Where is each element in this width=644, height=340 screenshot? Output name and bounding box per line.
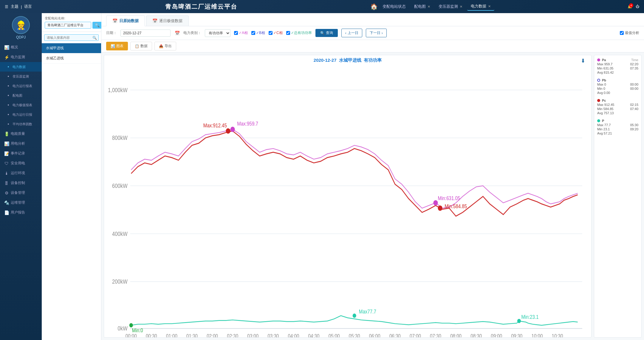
legend-pb-min: Min 0 00:00 — [597, 87, 638, 90]
sidebar-item-overview[interactable]: 📊 概况 — [0, 42, 42, 52]
sidebar-item-power-quality[interactable]: 🔋 电能质量 — [0, 129, 42, 139]
data-view-button[interactable]: 📋 数据 — [130, 42, 152, 50]
svg-text:10:30: 10:30 — [552, 333, 563, 338]
extremes-icon: • — [6, 103, 11, 107]
svg-text:02:30: 02:30 — [227, 333, 238, 338]
sidebar-item-device-control[interactable]: 🎛 设备控制 — [0, 178, 42, 188]
theme-label[interactable]: 主题 — [11, 4, 18, 9]
nav-label-diagram: 配电图 — [414, 4, 426, 9]
prev-day-button[interactable]: ‹ 上一日 — [341, 29, 362, 37]
query-button[interactable]: 🔍 查询 — [315, 29, 338, 37]
station-list-item-0[interactable]: 水城甲进线 — [42, 43, 101, 53]
station-list-item-1[interactable]: 水城乙进线 — [42, 53, 101, 64]
legend-p-avg-label: Avg 57.21 — [597, 132, 612, 135]
sidebar-menu: 📊 概况 ⚡ 电力监测 • 电力数据 • 变压器监测 • 电力运行报表 • 配电… — [0, 42, 42, 217]
svg-text:01:30: 01:30 — [186, 333, 198, 338]
close-power-data-icon[interactable]: ✕ — [488, 4, 491, 8]
checkbox-total-power[interactable]: ✓总有功功率 — [286, 30, 312, 35]
ops-manage-icon: 🔩 — [4, 200, 9, 205]
sidebar-item-user-report[interactable]: 📄 用户报告 — [0, 208, 42, 217]
next-arrow-icon: › — [382, 31, 383, 35]
close-diagram-icon[interactable]: ✕ — [428, 5, 430, 9]
home-nav-icon[interactable]: 🏠 — [370, 3, 378, 10]
max-analysis-toggle[interactable]: 最值分析 — [620, 30, 639, 35]
legend-pa-min: Min 631.05 07:35 — [597, 67, 638, 70]
sidebar-item-operation-report[interactable]: • 电力运行报表 — [0, 81, 42, 91]
legend-pa-name: Pa — [602, 58, 606, 62]
sidebar-item-power-data[interactable]: • 电力数据 — [0, 62, 42, 72]
station-panel-header: 变配电站名称: 🔍 — [42, 13, 101, 32]
legend-p-dot — [597, 119, 600, 122]
sidebar-item-device-manage[interactable]: ⚙ 设备管理 — [0, 188, 42, 198]
sidebar-item-power-factor[interactable]: • 平均功率因数 — [0, 119, 42, 129]
nav-item-diagram[interactable]: 配电图 ✕ — [411, 3, 434, 10]
sidebar-item-environment[interactable]: 🌡 运行环境 — [0, 168, 42, 178]
max-analysis-checkbox[interactable] — [620, 31, 624, 35]
legend-pb-max-label: Max 0 — [597, 83, 606, 86]
checkbox-b-input[interactable] — [251, 31, 255, 35]
notification-bell[interactable]: 🔔 4 — [628, 4, 632, 9]
download-button[interactable]: ⬇ — [581, 58, 585, 64]
sidebar-item-ops-manage[interactable]: 🔩 运维管理 — [0, 198, 42, 208]
top-nav: 变配电站状态 配电图 ✕ 变压器监测 ✕ 电力数据 ✕ — [379, 2, 494, 11]
export-icon: 📥 — [159, 44, 163, 48]
nav-item-transformer[interactable]: 变压器监测 ✕ — [435, 3, 466, 10]
menu-icon[interactable]: ☰ — [5, 4, 8, 9]
sidebar-item-consumption-analysis[interactable]: 📊 用电分析 — [0, 139, 42, 149]
station-search-button[interactable]: 🔍 — [92, 22, 102, 29]
avatar: 👷 — [12, 16, 30, 34]
sidebar-item-events[interactable]: 📝 事件记录 — [0, 149, 42, 158]
tab-daily-extremes[interactable]: 📅 逐日极值数据 — [146, 16, 189, 26]
wiring-icon: • — [6, 93, 11, 98]
checkbox-c-input[interactable] — [269, 31, 273, 35]
station-input[interactable] — [45, 22, 91, 29]
lang-label[interactable]: 语言 — [24, 4, 32, 9]
power-monitor-icon: ⚡ — [4, 55, 9, 60]
tab-daily-raw[interactable]: 📅 日原始数据 — [106, 16, 145, 26]
legend-pb-avg: Avg 0.00 — [597, 91, 638, 95]
legend-pb-avg-label: Avg 0.00 — [597, 91, 610, 95]
sidebar-item-power-monitor[interactable]: ⚡ 电力监测 — [0, 52, 42, 62]
nav-item-station-status[interactable]: 变配电站状态 — [379, 3, 409, 10]
sidebar-item-extremes-report[interactable]: • 电力极值报表 — [0, 100, 42, 110]
checkbox-phase-c[interactable]: ✓C相 — [269, 30, 283, 35]
svg-text:03:30: 03:30 — [267, 333, 279, 338]
pa-min-dot — [433, 200, 438, 205]
sidebar-item-transformer-monitor[interactable]: • 变压器监测 — [0, 72, 42, 81]
legend-pc-header: Pc — [597, 99, 638, 102]
close-transformer-icon[interactable]: ✕ — [460, 5, 462, 9]
calendar-icon[interactable]: 📅 — [175, 31, 180, 35]
date-input[interactable] — [120, 30, 171, 37]
p-max-label: Max77.7 — [359, 309, 376, 315]
nav-item-power-data[interactable]: 电力数据 ✕ — [467, 2, 494, 11]
overview-icon: 📊 — [4, 45, 9, 50]
checkbox-phase-b[interactable]: ✓B相 — [251, 30, 265, 35]
power-type-select[interactable]: 有功功率 无功功率 电流 电压 — [205, 29, 230, 37]
legend-panel: Pa Time Max 959.7 02:20 Min 631.05 07:35 — [594, 55, 642, 338]
sidebar-label-safety: 安全用电 — [11, 161, 25, 166]
svg-text:06:00: 06:00 — [369, 333, 380, 338]
next-day-button[interactable]: 下一日 › — [366, 29, 387, 37]
main-body: 👷 QDPJ 📊 概况 ⚡ 电力监测 • 电力数据 • 变压器监测 • 电力运行… — [0, 13, 644, 340]
svg-text:08:00: 08:00 — [450, 333, 462, 338]
sidebar-item-daily-report[interactable]: • 电力运行日报 — [0, 110, 42, 119]
sidebar-label-events: 事件记录 — [11, 151, 25, 156]
power-factor-icon: • — [6, 122, 11, 126]
nav-label-power-data: 电力数据 — [471, 4, 486, 9]
sidebar-item-safety[interactable]: 🛡 安全用电 — [0, 158, 42, 168]
chart-view-button[interactable]: 📊 图表 — [106, 42, 128, 50]
checkbox-total-input[interactable] — [286, 31, 290, 35]
sidebar-label-daily: 电力运行日报 — [13, 112, 32, 117]
svg-text:09:00: 09:00 — [491, 333, 502, 338]
sidebar-item-wiring-diagram[interactable]: • 配电图 — [0, 91, 42, 100]
checkbox-phase-a[interactable]: ✓A相 — [234, 30, 248, 35]
power-off-icon[interactable]: ⏻ — [636, 4, 639, 9]
legend-pc-max-label: Max 912.45 — [597, 103, 614, 106]
svg-text:01:00: 01:00 — [166, 333, 177, 338]
export-button[interactable]: 📥 导出 — [154, 42, 176, 50]
checkbox-a-input[interactable] — [234, 31, 238, 35]
search-filter-input[interactable] — [44, 34, 99, 41]
legend-p-min-label: Min 23.1 — [597, 127, 610, 131]
search-filter: 🔍 — [44, 34, 99, 41]
legend-pa-max: Max 959.7 02:20 — [597, 62, 638, 66]
